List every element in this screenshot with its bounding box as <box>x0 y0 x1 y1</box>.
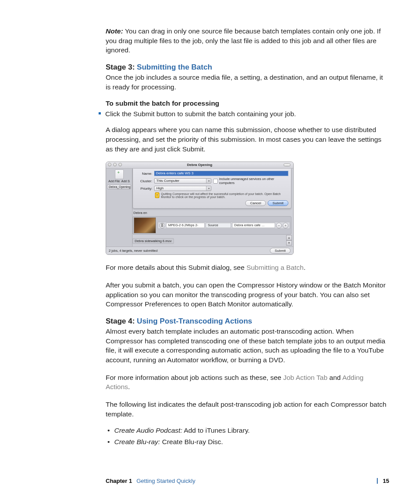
note-paragraph: Note: You can drag in only one source fi… <box>106 26 389 55</box>
toolbar-left: Add File Add S Debra_Opening <box>106 169 133 246</box>
stage4-prefix: Stage 4: <box>106 317 137 325</box>
status-text: 2 jobs, 4 targets, never submitted <box>109 249 158 253</box>
warning-text: Quitting Compressor will not affect the … <box>161 192 288 199</box>
cluster-dropdown[interactable]: This Computer▾ <box>154 178 211 184</box>
minimize-icon[interactable] <box>113 163 117 166</box>
job-action-tab-link[interactable]: Job Action Tab <box>283 374 328 381</box>
remove-target-icon[interactable]: − <box>276 223 282 228</box>
square-bullet-icon <box>99 112 101 114</box>
after-submit-para: After you submit a batch, you can open t… <box>106 280 389 309</box>
priority-dropdown[interactable]: High▾ <box>154 186 211 191</box>
priority-label: Priority: <box>136 187 152 191</box>
include-unmanaged-label: Include unmanaged services on other comp… <box>219 177 288 185</box>
cancel-button[interactable]: Cancel <box>245 200 266 206</box>
list-item: • Create Audio Podcast: Add to iTunes Li… <box>106 427 389 434</box>
submit-sheet: Name: Debra enters cafe WS 3 Cluster: Th… <box>133 169 291 209</box>
window-titlebar: Debra Opening <box>106 162 293 169</box>
submit-button[interactable]: Submit <box>268 200 288 206</box>
warning-icon: ! <box>155 192 159 198</box>
job2-title[interactable]: Debra sidewalking 6.mov <box>133 238 174 244</box>
include-unmanaged-checkbox[interactable] <box>213 179 218 184</box>
add-target-icon[interactable]: + <box>283 223 288 228</box>
cluster-label: Cluster: <box>136 179 152 183</box>
batch-submit-button[interactable]: Submit <box>270 248 291 254</box>
stage3-heading: Stage 3: Submitting the Batch <box>106 63 389 72</box>
page-footer: Chapter 1 Getting Started Quickly 15 <box>0 478 420 484</box>
list-item: • Create Blu-ray: Create Blu-ray Disc. <box>106 438 389 446</box>
toolbar-toggle-icon[interactable] <box>284 163 291 166</box>
stage3-intro: Once the job includes a source media fil… <box>106 73 389 92</box>
scroll-down-icon[interactable]: ▼ <box>286 240 292 246</box>
note-label: Note: <box>106 27 123 35</box>
stage4-title: Using Post-Transcoding Actions <box>137 317 252 325</box>
stage3-prefix: Stage 3: <box>106 63 137 71</box>
target-type-icon: ≣ <box>159 223 165 228</box>
submitting-batch-link[interactable]: Submitting a Batch <box>247 264 304 271</box>
chevron-updown-icon: ▾ <box>206 179 211 183</box>
note-text: You can drag in only one source file bec… <box>106 27 381 54</box>
template-action-list: • Create Audio Podcast: Add to iTunes Li… <box>106 427 389 446</box>
warning-row: ! Quitting Compressor will not affect th… <box>155 192 288 199</box>
status-bar: 2 jobs, 4 targets, never submitted Submi… <box>106 246 293 254</box>
window-title: Debra Opening <box>187 163 212 167</box>
stage3-dialog-para: A dialog appears where you can name this… <box>106 125 389 154</box>
job-card[interactable]: ≣ MPEG-2 6.2Mbps 2- Source Debra enters … <box>133 216 291 235</box>
item-name: Create Blu-ray: <box>114 438 160 445</box>
add-file-icon[interactable] <box>115 169 124 179</box>
footer-chapter: Chapter 1 <box>106 478 132 484</box>
source-cell[interactable]: Source <box>206 223 231 228</box>
close-icon[interactable] <box>108 163 111 166</box>
stage4-p3: The following list indicates the default… <box>106 400 389 419</box>
add-file-label: Add File Add S <box>107 180 131 183</box>
output-cell[interactable]: Debra enters cafe … <box>232 223 275 228</box>
stage4-heading: Stage 4: Using Post-Transcoding Actions <box>106 317 389 326</box>
scroll-up-icon[interactable]: ▲ <box>286 235 292 240</box>
batch-tab[interactable]: Debra_Opening <box>107 184 131 189</box>
name-field[interactable]: Debra enters cafe WS 3 <box>154 171 288 176</box>
footer-chapter-title: Getting Started Quickly <box>136 478 195 484</box>
stage4-p2: For more information about job actions s… <box>106 373 389 392</box>
job-thumbnail <box>134 217 156 233</box>
bullet-dot-icon: • <box>107 438 110 446</box>
setting-cell[interactable]: MPEG-2 6.2Mbps 2- <box>166 223 205 228</box>
stage3-bullet-text: Click the Submit button to submit the ba… <box>105 109 389 119</box>
name-label: Name: <box>136 172 152 176</box>
job1-title: Debra en <box>133 211 147 215</box>
item-desc: Create Blu-ray Disc. <box>160 438 223 445</box>
stage3-subhead: To submit the batch for processing <box>106 99 389 107</box>
stage3-bullet-row: Click the Submit button to submit the ba… <box>99 109 389 119</box>
item-name: Create Audio Podcast: <box>114 427 182 434</box>
zoom-icon[interactable] <box>118 163 122 166</box>
target-row[interactable]: ≣ MPEG-2 6.2Mbps 2- Source Debra enters … <box>158 222 290 229</box>
submit-dialog-screenshot: Debra Opening Add File Add S Debra_Openi… <box>106 162 294 255</box>
stage4-p1: Almost every batch template includes an … <box>106 327 389 365</box>
scroll-arrows[interactable]: ▲ ▼ <box>286 235 292 246</box>
chevron-updown-icon: ▾ <box>206 186 211 191</box>
footer-page-number: 15 <box>377 478 389 484</box>
more-details-para: For more details about this Submit dialo… <box>106 263 389 272</box>
bullet-dot-icon: • <box>107 427 110 434</box>
item-desc: Add to iTunes Library. <box>182 427 250 434</box>
stage3-title: Submitting the Batch <box>137 63 212 71</box>
traffic-lights[interactable] <box>108 163 122 166</box>
